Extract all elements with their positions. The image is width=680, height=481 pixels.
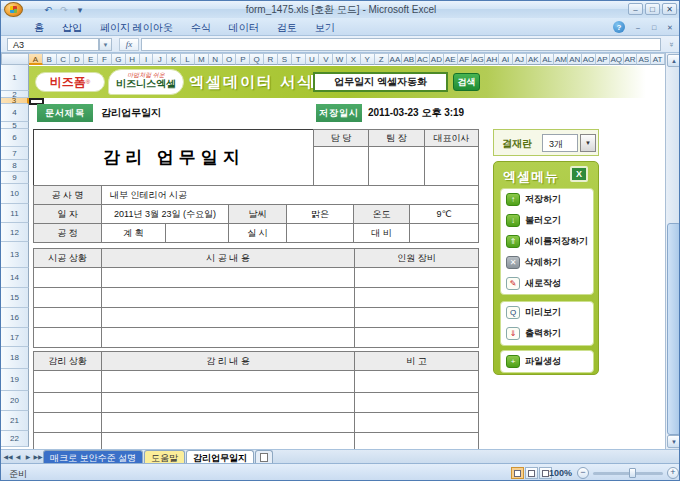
supervision-cell[interactable]: [33, 412, 102, 433]
row-header-18[interactable]: 18: [1, 347, 29, 369]
select-all-corner[interactable]: [1, 53, 29, 65]
scroll-down-button[interactable]: ▼: [667, 435, 680, 448]
tab-data[interactable]: 데이터: [220, 18, 268, 36]
column-header-U[interactable]: U: [306, 53, 320, 65]
approval-count-dropdown[interactable]: ▼: [580, 134, 596, 152]
bizforms-logo[interactable]: 비즈폼®: [35, 72, 105, 92]
row-header-11[interactable]: 11: [1, 204, 29, 223]
column-header-AM[interactable]: AM: [554, 53, 568, 65]
column-header-F[interactable]: F: [98, 53, 112, 65]
column-header-AE[interactable]: AE: [444, 53, 458, 65]
column-header-AG[interactable]: AG: [472, 53, 486, 65]
column-header-X[interactable]: X: [347, 53, 361, 65]
zoom-in-button[interactable]: +: [667, 467, 679, 479]
row-header-1[interactable]: 1: [1, 65, 29, 91]
column-header-I[interactable]: I: [140, 53, 154, 65]
row-header-10[interactable]: 10: [1, 184, 29, 204]
vertical-scroll-thumb[interactable]: [667, 223, 680, 435]
column-header-AA[interactable]: AA: [389, 53, 403, 65]
column-header-AC[interactable]: AC: [416, 53, 430, 65]
column-header-H[interactable]: H: [126, 53, 140, 65]
menu-item-new[interactable]: ✎ 새로작성: [501, 273, 593, 294]
column-header-L[interactable]: L: [181, 53, 195, 65]
column-header-A[interactable]: A: [29, 53, 43, 65]
row-header-21[interactable]: 21: [1, 411, 29, 431]
formula-bar-expand-button[interactable]: »: [665, 38, 678, 51]
column-header-D[interactable]: D: [70, 53, 84, 65]
approval-sign-cell[interactable]: [313, 146, 369, 186]
supervision-cell[interactable]: [33, 370, 102, 393]
site-value[interactable]: 내부 인테리어 시공: [101, 185, 479, 205]
construction-cell[interactable]: [354, 267, 479, 288]
zoom-level[interactable]: 100%: [549, 468, 572, 478]
zoom-slider-thumb[interactable]: [629, 468, 636, 478]
weather-value[interactable]: 맑은: [286, 204, 354, 224]
search-input[interactable]: 업무일지 엑셀자동화: [313, 72, 448, 92]
column-header-G[interactable]: G: [112, 53, 126, 65]
column-header-K[interactable]: K: [167, 53, 181, 65]
construction-cell[interactable]: [354, 307, 479, 328]
menu-item-load[interactable]: ↓ 불러오기: [501, 210, 593, 231]
maximize-button[interactable]: □: [645, 3, 660, 15]
reserve-value[interactable]: [409, 223, 479, 243]
zoom-slider-track[interactable]: [593, 472, 663, 475]
last-sheet-button[interactable]: ▶▶: [33, 450, 43, 463]
first-sheet-button[interactable]: ◀◀: [3, 450, 13, 463]
row-header-15[interactable]: 15: [1, 288, 29, 308]
menu-item-print[interactable]: ⇓ 출력하기: [501, 323, 593, 344]
column-header-S[interactable]: S: [278, 53, 292, 65]
supervision-cell[interactable]: [354, 370, 479, 393]
construction-cell[interactable]: [33, 327, 102, 348]
column-header-J[interactable]: J: [153, 53, 167, 65]
tab-formulas[interactable]: 수식: [182, 18, 220, 36]
column-header-T[interactable]: T: [292, 53, 306, 65]
construction-cell[interactable]: [33, 267, 102, 288]
construction-cell[interactable]: [33, 307, 102, 328]
menu-item-save-as[interactable]: ⇑ 새이름저장하기: [501, 231, 593, 252]
name-box[interactable]: A3: [7, 38, 99, 51]
approval-sign-cell[interactable]: [424, 146, 479, 186]
row-header-4[interactable]: 4: [1, 104, 29, 122]
column-header-B[interactable]: B: [43, 53, 57, 65]
temp-value[interactable]: 9℃: [409, 204, 479, 224]
menu-item-save[interactable]: ↑ 저장하기: [501, 189, 593, 210]
scroll-up-button[interactable]: ▲: [667, 54, 680, 67]
tab-view[interactable]: 보기: [306, 18, 344, 36]
workbook-restore-button[interactable]: □: [647, 22, 661, 33]
column-header-O[interactable]: O: [223, 53, 237, 65]
column-header-Y[interactable]: Y: [361, 53, 375, 65]
close-button[interactable]: ✕: [662, 3, 677, 15]
tab-insert[interactable]: 삽입: [53, 18, 91, 36]
tab-review[interactable]: 검토: [268, 18, 306, 36]
supervision-cell[interactable]: [33, 432, 102, 449]
column-header-AL[interactable]: AL: [541, 53, 555, 65]
construction-cell[interactable]: [354, 287, 479, 308]
row-header-22[interactable]: 22: [1, 431, 29, 447]
supervision-cell[interactable]: [354, 392, 479, 413]
row-header-19[interactable]: 19: [1, 369, 29, 391]
construction-cell[interactable]: [101, 327, 355, 348]
doc-title-value[interactable]: 감리업무일지: [101, 104, 301, 122]
construction-cell[interactable]: [354, 327, 479, 348]
column-header-AD[interactable]: AD: [430, 53, 444, 65]
tab-home[interactable]: 홈: [25, 18, 53, 36]
row-header-17[interactable]: 17: [1, 328, 29, 347]
column-header-AR[interactable]: AR: [624, 53, 638, 65]
column-header-C[interactable]: C: [57, 53, 71, 65]
row-header-13[interactable]: 13: [1, 242, 29, 268]
column-header-AF[interactable]: AF: [458, 53, 472, 65]
next-sheet-button[interactable]: ▶: [23, 450, 33, 463]
column-header-AQ[interactable]: AQ: [610, 53, 624, 65]
construction-cell[interactable]: [33, 287, 102, 308]
column-header-AJ[interactable]: AJ: [513, 53, 527, 65]
minimize-button[interactable]: –: [628, 3, 643, 15]
column-header-AS[interactable]: AS: [637, 53, 651, 65]
supervision-cell[interactable]: [101, 370, 355, 393]
menu-item-delete[interactable]: ✕ 삭제하기: [501, 252, 593, 273]
column-header-AK[interactable]: AK: [527, 53, 541, 65]
workbook-close-button[interactable]: ✕: [663, 22, 677, 33]
column-header-Z[interactable]: Z: [375, 53, 389, 65]
help-button[interactable]: ?: [613, 21, 625, 33]
zoom-out-button[interactable]: −: [577, 467, 589, 479]
workbook-minimize-button[interactable]: –: [631, 22, 645, 33]
